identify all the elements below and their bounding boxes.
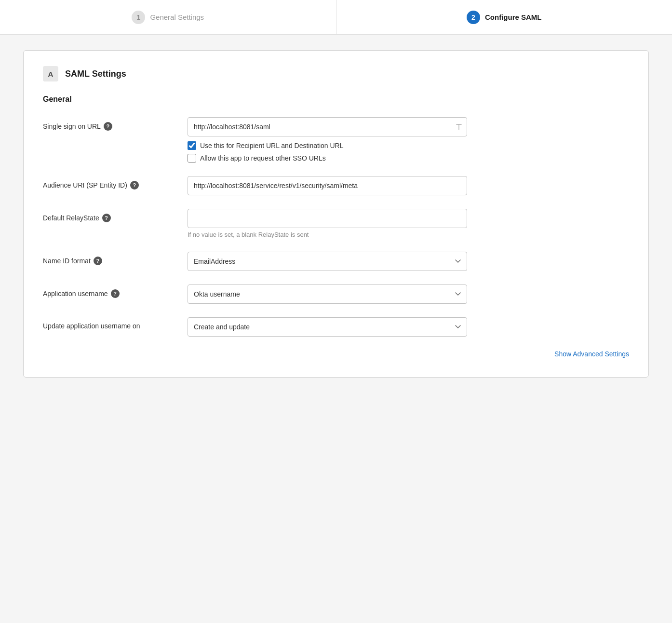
saml-settings-card: A SAML Settings General Single sign on U… — [23, 50, 649, 378]
name-id-format-select[interactable]: Unspecified EmailAddress x509SubjectName… — [188, 252, 467, 271]
relay-state-help-icon[interactable]: ? — [102, 214, 111, 222]
use-recipient-checkbox-row: Use this for Recipient URL and Destinati… — [188, 141, 467, 150]
single-sign-on-label-col: Single sign on URL ? — [43, 117, 188, 131]
single-sign-on-help-icon[interactable]: ? — [104, 122, 112, 131]
section-heading: General — [43, 95, 629, 104]
name-id-format-label-col: Name ID format ? — [43, 252, 188, 265]
single-sign-on-label: Single sign on URL — [43, 122, 101, 130]
app-username-help-icon[interactable]: ? — [111, 289, 120, 298]
step-1-label: General Settings — [150, 13, 204, 21]
main-content: A SAML Settings General Single sign on U… — [0, 35, 672, 393]
step-2-circle: 2 — [467, 11, 480, 24]
wizard-step-2[interactable]: 2 Configure SAML — [336, 0, 672, 34]
update-app-username-select[interactable]: Create and update Create only — [188, 317, 467, 337]
name-id-format-row: Name ID format ? Unspecified EmailAddres… — [43, 252, 629, 271]
app-username-row: Application username ? Okta username Ema… — [43, 284, 629, 304]
show-advanced-settings-button[interactable]: Show Advanced Settings — [554, 350, 629, 358]
relay-state-label: Default RelayState — [43, 214, 99, 222]
audience-uri-input[interactable] — [188, 176, 467, 195]
relay-state-input[interactable] — [188, 209, 467, 228]
card-footer: Show Advanced Settings — [43, 350, 629, 358]
use-recipient-label: Use this for Recipient URL and Destinati… — [200, 142, 344, 149]
name-id-format-controls: Unspecified EmailAddress x509SubjectName… — [188, 252, 467, 271]
single-sign-on-controls: ⊤ Use this for Recipient URL and Destina… — [188, 117, 467, 163]
page-wrapper: 1 General Settings 2 Configure SAML A SA… — [0, 0, 672, 623]
use-recipient-checkbox[interactable] — [188, 141, 196, 150]
update-app-username-controls: Create and update Create only — [188, 317, 467, 337]
section-badge: A — [43, 66, 58, 81]
wizard-step-1[interactable]: 1 General Settings — [0, 0, 336, 34]
update-app-username-label: Update application username on — [43, 322, 140, 330]
audience-uri-help-icon[interactable]: ? — [130, 181, 139, 190]
app-username-label: Application username — [43, 290, 108, 298]
audience-uri-label: Audience URI (SP Entity ID) — [43, 181, 127, 189]
step-1-circle: 1 — [132, 11, 145, 24]
card-title: SAML Settings — [65, 69, 126, 79]
update-app-username-label-col: Update application username on — [43, 317, 188, 330]
audience-uri-row: Audience URI (SP Entity ID) ? — [43, 176, 629, 195]
name-id-format-help-icon[interactable]: ? — [94, 257, 102, 265]
allow-other-checkbox-row: Allow this app to request other SSO URLs — [188, 154, 467, 163]
allow-other-checkbox[interactable] — [188, 154, 196, 163]
wizard-header: 1 General Settings 2 Configure SAML — [0, 0, 672, 35]
audience-uri-label-col: Audience URI (SP Entity ID) ? — [43, 176, 188, 190]
app-username-label-col: Application username ? — [43, 284, 188, 298]
relay-state-row: Default RelayState ? If no value is set,… — [43, 209, 629, 238]
single-sign-on-input-wrapper: ⊤ — [188, 117, 467, 136]
relay-state-controls: If no value is set, a blank RelayState i… — [188, 209, 467, 238]
app-username-select[interactable]: Okta username Email Custom — [188, 284, 467, 304]
relay-state-label-col: Default RelayState ? — [43, 209, 188, 222]
step-2-label: Configure SAML — [485, 13, 542, 21]
single-sign-on-row: Single sign on URL ? ⊤ Use this for Reci… — [43, 117, 629, 163]
relay-state-hint: If no value is set, a blank RelayState i… — [188, 231, 467, 238]
name-id-format-label: Name ID format — [43, 257, 91, 265]
copy-icon: ⊤ — [456, 122, 462, 132]
audience-uri-controls — [188, 176, 467, 195]
card-header: A SAML Settings — [43, 66, 629, 81]
update-app-username-row: Update application username on Create an… — [43, 317, 629, 337]
single-sign-on-input[interactable] — [188, 117, 467, 136]
allow-other-label: Allow this app to request other SSO URLs — [200, 154, 326, 162]
app-username-controls: Okta username Email Custom — [188, 284, 467, 304]
